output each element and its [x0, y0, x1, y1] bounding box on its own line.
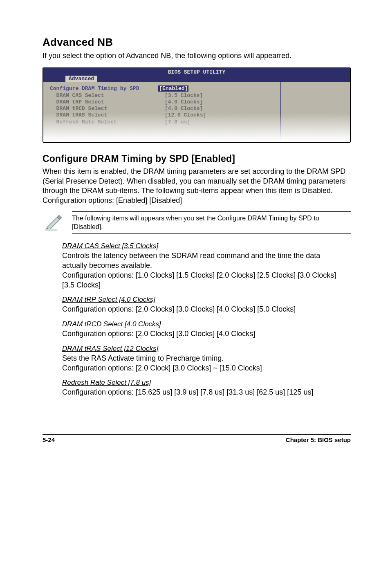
bios-row-label: Refresh Rate Select [50, 119, 117, 125]
page-footer: 5-24 Chapter 5: BIOS setup [43, 434, 351, 443]
sub-item-body: Configuration options: [2.0 Clocks] [3.0… [62, 305, 340, 314]
subsection-text: When this item is enabled, the DRAM timi… [43, 167, 351, 206]
section-heading: Advanced NB [43, 36, 351, 49]
subsection-heading: Configure DRAM Timing by SPD [Enabled] [43, 153, 351, 164]
sub-item-body: Configuration options: [15.625 us] [3.9 … [62, 388, 340, 397]
divider [72, 233, 351, 234]
bios-row-label: DRAM tRP Select [50, 99, 104, 105]
bios-row[interactable]: DRAM tRP Select [4.0 Clocks] [50, 99, 274, 105]
bios-row-value: [12.0 Clocks] [165, 112, 206, 118]
pencil-note-icon [43, 211, 65, 233]
bios-panel: BIOS SETUP UTILITY Advanced Configure DR… [43, 67, 351, 143]
sub-item-body: Sets the RAS Activate timing to Precharg… [62, 354, 340, 373]
bios-row[interactable]: DRAM CAS Select [3.5 Clocks] [50, 92, 274, 99]
intro-text: If you select the option of Advanced NB,… [43, 51, 351, 61]
sub-item: DRAM tRCD Select [4.0 Clocks] Configurat… [62, 320, 340, 339]
bios-row[interactable]: DRAM tRAS Select [12.0 Clocks] [50, 112, 274, 119]
sub-item-heading: DRAM tRCD Select [4.0 Clocks] [62, 320, 161, 328]
bios-row-label: DRAM tRCD Select [50, 105, 107, 112]
sub-item-body: Controls the latency between the SDRAM r… [62, 251, 340, 290]
note-text: The following items will appears when yo… [72, 214, 351, 231]
bios-row-value: [Enabled] [158, 85, 188, 92]
bios-row-label: DRAM tRAS Select [50, 112, 107, 118]
bios-row[interactable]: Configure DRAM Timing by SPD [Enabled] [50, 85, 274, 92]
note-text-wrapper: The following items will appears when yo… [72, 211, 351, 234]
sub-item-heading: Redresh Rate Select [7.8 us] [62, 379, 151, 386]
sub-item: DRAM tRP Select [4.0 Clocks] Configurati… [62, 296, 340, 314]
bios-row-value: [4.0 Clocks] [165, 105, 203, 112]
bios-row-label: DRAM CAS Select [50, 92, 104, 99]
sub-item-heading: DRAM tRAS Select [12 Clocks] [62, 345, 158, 352]
chapter-label: Chapter 5: BIOS setup [286, 436, 351, 443]
divider [72, 211, 351, 212]
bios-row[interactable]: Refresh Rate Select [7.8 us] [50, 119, 274, 126]
bios-row-value: [4.0 Clocks] [165, 99, 203, 105]
bios-body: Configure DRAM Timing by SPD [Enabled] D… [43, 82, 350, 142]
sub-item: Redresh Rate Select [7.8 us] Configurati… [62, 379, 340, 397]
bios-row[interactable]: DRAM tRCD Select [4.0 Clocks] [50, 105, 274, 112]
bios-settings-column: Configure DRAM Timing by SPD [Enabled] D… [43, 82, 280, 142]
page-number: 5-24 [43, 436, 55, 443]
bios-row-value: [3.5 Clocks] [165, 92, 203, 99]
sub-item-heading: DRAM tRP Select [4.0 Clocks] [62, 296, 155, 303]
bios-tab-advanced[interactable]: Advanced [65, 76, 97, 82]
page: Advanced NB If you select the option of … [0, 0, 390, 468]
svg-point-0 [45, 229, 58, 231]
bios-title: BIOS SETUP UTILITY [43, 68, 350, 76]
bios-tab-bar: Advanced [43, 76, 350, 82]
bios-row-value: [7.8 us] [165, 119, 190, 125]
sub-item: DRAM CAS Select [3.5 Clocks] Controls th… [62, 242, 340, 290]
sub-item-heading: DRAM CAS Select [3.5 Clocks] [62, 242, 158, 250]
sub-item: DRAM tRAS Select [12 Clocks] Sets the RA… [62, 345, 340, 373]
bios-row-label: Configure DRAM Timing by SPD [50, 85, 139, 92]
note: The following items will appears when yo… [43, 211, 351, 234]
sub-item-body: Configuration options: [2.0 Clocks] [3.0… [62, 329, 340, 339]
bios-help-column [280, 82, 350, 142]
